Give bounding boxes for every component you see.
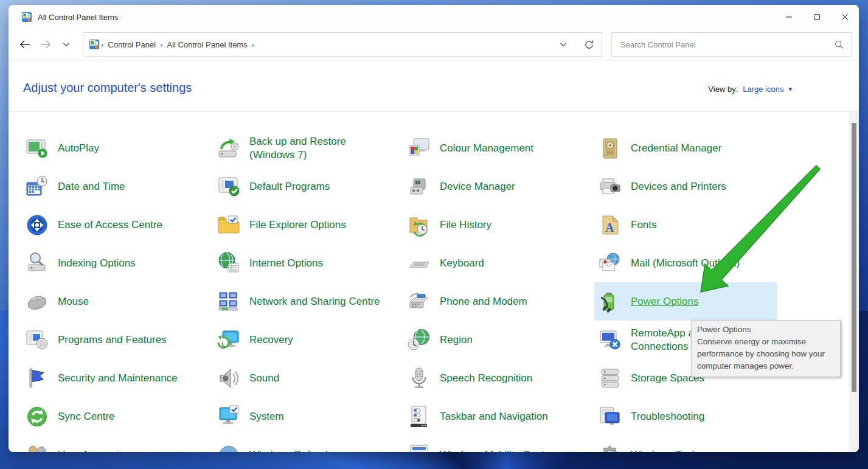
control-panel-item-programs-features[interactable]: Programs and Features bbox=[21, 321, 213, 359]
control-panel-item-ease-of-access[interactable]: Ease of Access Centre bbox=[21, 206, 213, 244]
globe-checklist-icon bbox=[217, 251, 241, 276]
control-panel-item-speech-recognition[interactable]: Speech Recognition bbox=[403, 359, 594, 397]
device-manager-icon bbox=[407, 175, 431, 199]
address-dropdown-chevron-icon[interactable] bbox=[550, 33, 576, 56]
vertical-scrollbar[interactable] bbox=[849, 112, 859, 452]
mobility-checklist-icon bbox=[407, 443, 431, 453]
address-bar[interactable]: › Control Panel › All Control Panel Item… bbox=[83, 32, 602, 57]
control-panel-item-date-and-time[interactable]: Date and Time bbox=[21, 167, 213, 206]
control-panel-item-troubleshooting[interactable]: Troubleshooting bbox=[594, 397, 777, 436]
defender-globe-icon bbox=[217, 443, 241, 453]
control-panel-item-recovery[interactable]: Recovery bbox=[213, 321, 403, 359]
control-panel-item-security-maintenance[interactable]: Security and Maintenance bbox=[21, 359, 213, 397]
control-panel-item-sync-centre[interactable]: Sync Centre bbox=[21, 397, 213, 436]
control-panel-item-file-history[interactable]: File History bbox=[403, 206, 594, 244]
control-panel-item-mail[interactable]: Mail (Microsoft Outlook) bbox=[594, 244, 777, 282]
breadcrumb-separator: › bbox=[99, 40, 105, 49]
svg-text:A: A bbox=[605, 221, 614, 234]
calendar-clock-icon bbox=[25, 175, 49, 199]
fonts-folder-icon: A bbox=[598, 213, 622, 237]
scrollbar-thumb[interactable] bbox=[852, 123, 856, 392]
window-disc-icon bbox=[25, 328, 49, 352]
network-monitors-icon bbox=[217, 290, 241, 314]
chevron-down-icon[interactable]: ▾ bbox=[788, 85, 792, 93]
autoplay-icon bbox=[25, 136, 49, 161]
control-panel-item-indexing-options[interactable]: Indexing Options bbox=[21, 244, 213, 282]
control-panel-item-backup-restore[interactable]: Back up and Restore (Windows 7) bbox=[213, 129, 403, 167]
keyboard-icon bbox=[407, 251, 431, 276]
control-panel-item-default-programs[interactable]: Default Programs bbox=[213, 167, 403, 206]
colour-management-icon bbox=[407, 136, 431, 161]
refresh-icon[interactable] bbox=[576, 33, 602, 56]
mail-globe-icon bbox=[598, 251, 622, 276]
credential-manager-icon bbox=[598, 136, 622, 161]
control-panel-icon bbox=[89, 40, 99, 49]
back-button[interactable] bbox=[15, 34, 35, 55]
battery-plug-icon bbox=[598, 290, 622, 314]
folder-check-icon bbox=[217, 213, 241, 237]
recent-locations-chevron-icon[interactable] bbox=[56, 34, 77, 55]
breadcrumb-control-panel[interactable]: Control Panel bbox=[105, 40, 158, 49]
control-panel-item-windows-defender[interactable]: Windows Defender bbox=[213, 436, 403, 452]
control-panel-item-region[interactable]: Region bbox=[403, 321, 594, 359]
control-panel-item-credential-manager[interactable]: Credential Manager bbox=[594, 129, 777, 167]
control-panel-item-keyboard[interactable]: Keyboard bbox=[403, 244, 594, 282]
tooltip-title: Power Options bbox=[697, 324, 835, 336]
control-panel-item-taskbar-navigation[interactable]: Taskbar and Navigation bbox=[403, 397, 594, 436]
page-header: Adjust your computer's settings View by:… bbox=[9, 60, 859, 111]
control-panel-item-mouse[interactable]: Mouse bbox=[21, 282, 213, 321]
fax-phone-icon bbox=[407, 290, 431, 314]
control-panel-item-system[interactable]: System bbox=[213, 397, 403, 436]
breadcrumb-all-control-panel-items[interactable]: All Control Panel Items bbox=[164, 40, 249, 49]
speaker-icon bbox=[217, 366, 241, 391]
control-panel-items-area: AutoPlay Back up and Restore (Windows 7)… bbox=[9, 112, 859, 452]
view-by-label: View by: bbox=[708, 85, 738, 94]
magnifier-drive-icon bbox=[25, 251, 49, 276]
search-icon bbox=[835, 40, 844, 49]
backup-restore-icon bbox=[217, 136, 241, 161]
stacked-drives-icon bbox=[598, 366, 622, 391]
monitor-restore-icon bbox=[217, 328, 241, 352]
control-panel-item-colour-management[interactable]: Colour Management bbox=[403, 129, 594, 167]
control-panel-window: All Control Panel Items bbox=[9, 5, 859, 452]
breadcrumb-separator: › bbox=[158, 40, 164, 49]
search-box[interactable] bbox=[611, 32, 852, 57]
control-panel-item-phone-and-modem[interactable]: Phone and Modem bbox=[403, 282, 594, 321]
page-title: Adjust your computer's settings bbox=[23, 81, 192, 95]
ease-of-access-icon bbox=[25, 213, 49, 237]
navigation-toolbar: › Control Panel › All Control Panel Item… bbox=[9, 29, 859, 60]
window-controls bbox=[775, 5, 859, 29]
control-panel-item-internet-options[interactable]: Internet Options bbox=[213, 244, 403, 282]
control-panel-item-file-explorer-options[interactable]: File Explorer Options bbox=[213, 206, 403, 244]
control-panel-item-network-sharing[interactable]: Network and Sharing Centre bbox=[213, 282, 403, 321]
view-by-dropdown[interactable]: Large icons bbox=[743, 85, 783, 94]
control-panel-item-fonts[interactable]: A Fonts bbox=[594, 206, 777, 244]
blue-flag-icon bbox=[25, 366, 49, 391]
troubleshoot-monitor-icon bbox=[598, 405, 622, 429]
globe-clock-icon bbox=[407, 328, 431, 352]
control-panel-item-devices-and-printers[interactable]: Devices and Printers bbox=[594, 167, 777, 206]
forward-button[interactable] bbox=[35, 34, 56, 55]
breadcrumb-separator: › bbox=[250, 40, 256, 49]
control-panel-item-device-manager[interactable]: Device Manager bbox=[403, 167, 594, 206]
close-button[interactable] bbox=[831, 5, 859, 29]
tooltip-power-options: Power Options Conserve energy or maximis… bbox=[691, 320, 841, 377]
search-input[interactable] bbox=[619, 40, 835, 50]
control-panel-item-power-options[interactable]: Power Options bbox=[594, 282, 777, 321]
titlebar: All Control Panel Items bbox=[9, 5, 859, 29]
control-panel-item-windows-mobility[interactable]: Windows Mobility Centre bbox=[403, 436, 594, 452]
folder-clock-icon bbox=[407, 213, 431, 237]
control-panel-item-sound[interactable]: Sound bbox=[213, 359, 403, 397]
minimize-button[interactable] bbox=[775, 5, 803, 29]
printer-camera-icon bbox=[598, 175, 622, 199]
monitor-check-icon bbox=[217, 405, 241, 429]
maximize-button[interactable] bbox=[803, 5, 831, 29]
mouse-icon bbox=[25, 290, 49, 314]
control-panel-item-autoplay[interactable]: AutoPlay bbox=[21, 129, 213, 167]
gear-icon bbox=[598, 443, 622, 453]
control-panel-item-user-accounts[interactable]: User Accounts bbox=[21, 436, 213, 452]
control-panel-item-windows-tools[interactable]: Windows Tools bbox=[594, 436, 777, 452]
taskbar-settings-icon bbox=[407, 405, 431, 429]
two-users-icon bbox=[25, 443, 49, 453]
items-grid: AutoPlay Back up and Restore (Windows 7)… bbox=[9, 112, 859, 452]
